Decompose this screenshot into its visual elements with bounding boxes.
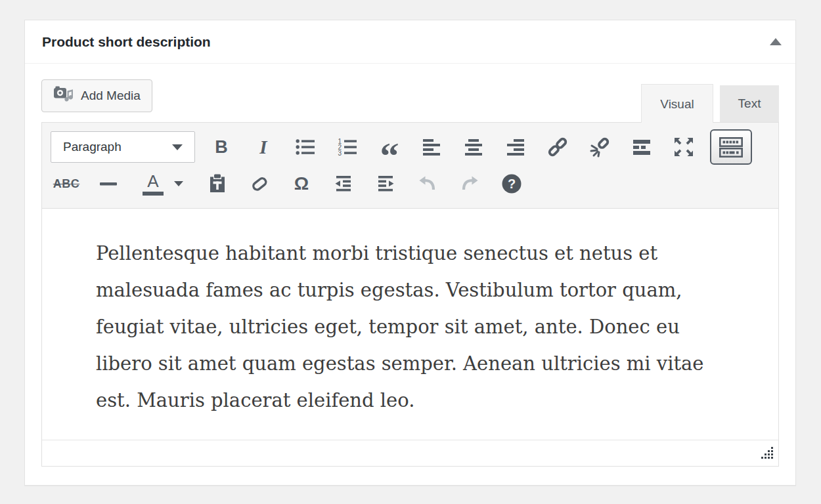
numbered-list-button[interactable]: 1 2 3 xyxy=(332,131,363,163)
undo-icon xyxy=(416,173,439,195)
add-media-label: Add Media xyxy=(81,89,141,103)
collapse-panel-button[interactable] xyxy=(756,20,795,63)
help-icon: ? xyxy=(500,173,523,195)
blockquote-button[interactable]: “ xyxy=(374,131,405,163)
toolbar-toggle-icon xyxy=(719,137,743,158)
bold-icon: B xyxy=(215,137,228,158)
italic-icon: I xyxy=(259,136,267,158)
strikethrough-button[interactable]: ABC xyxy=(51,168,82,200)
redo-button[interactable] xyxy=(454,168,485,200)
format-dropdown-value: Paragraph xyxy=(63,140,122,154)
remove-link-button[interactable] xyxy=(584,131,615,163)
editor-content-area[interactable]: Pellentesque habitant morbi tristique se… xyxy=(42,209,778,440)
paste-as-text-button[interactable] xyxy=(202,168,233,200)
omega-icon: Ω xyxy=(294,173,309,194)
align-center-icon xyxy=(462,136,485,158)
special-character-button[interactable]: Ω xyxy=(286,168,317,200)
chevron-down-icon xyxy=(174,181,183,186)
resize-grippy-handle[interactable] xyxy=(761,446,774,463)
chevron-down-icon xyxy=(172,144,183,150)
align-right-icon xyxy=(504,136,527,158)
clear-formatting-button[interactable] xyxy=(244,168,275,200)
editor-paragraph: Pellentesque habitant morbi tristique se… xyxy=(96,235,726,419)
outdent-icon xyxy=(332,173,355,195)
horizontal-rule-button[interactable] xyxy=(93,168,124,200)
panel-body: Add Media Visual Text Paragraph B xyxy=(25,64,795,467)
text-color-button[interactable]: A xyxy=(135,168,191,200)
help-button[interactable]: ? xyxy=(496,168,527,200)
panel-header: Product short description xyxy=(25,20,795,64)
insert-link-button[interactable] xyxy=(542,131,573,163)
align-left-icon xyxy=(420,136,443,158)
fullscreen-icon xyxy=(673,136,695,158)
editor-statusbar xyxy=(42,440,778,466)
collapse-up-arrow-icon xyxy=(770,38,782,45)
bulleted-list-icon xyxy=(294,136,317,158)
numbered-list-icon: 1 2 3 xyxy=(336,136,359,158)
wysiwyg-editor: Paragraph B I xyxy=(41,122,779,467)
tab-visual[interactable]: Visual xyxy=(641,84,713,123)
toolbar-toggle-button[interactable] xyxy=(710,129,752,165)
unlink-icon xyxy=(588,136,611,158)
insert-more-tag-button[interactable] xyxy=(626,131,657,163)
toolbar-row-2: ABC A xyxy=(51,165,770,202)
link-icon xyxy=(546,136,569,158)
editor-mode-tabs: Visual Text xyxy=(641,84,779,122)
italic-button[interactable]: I xyxy=(248,131,279,163)
paste-as-text-icon xyxy=(206,173,229,195)
eraser-icon xyxy=(248,173,271,195)
bold-button[interactable]: B xyxy=(206,131,237,163)
bulleted-list-button[interactable] xyxy=(290,131,321,163)
align-left-button[interactable] xyxy=(416,131,447,163)
product-short-description-panel: Product short description Add Media xyxy=(24,20,796,486)
editor-tools: Add Media Visual Text xyxy=(41,79,779,122)
media-camera-note-icon xyxy=(53,85,74,107)
more-tag-icon xyxy=(631,136,653,158)
panel-title: Product short description xyxy=(42,34,211,50)
svg-text:3: 3 xyxy=(338,150,342,157)
tab-text[interactable]: Text xyxy=(720,85,779,122)
horizontal-rule-icon xyxy=(97,173,120,195)
redo-icon xyxy=(458,173,481,195)
fullscreen-button[interactable] xyxy=(668,131,699,163)
align-center-button[interactable] xyxy=(458,131,489,163)
paragraph-format-dropdown[interactable]: Paragraph xyxy=(51,131,195,163)
svg-text:?: ? xyxy=(508,177,516,191)
add-media-button[interactable]: Add Media xyxy=(41,79,152,112)
align-right-button[interactable] xyxy=(500,131,531,163)
toolbar-row-1: Paragraph B I xyxy=(51,129,770,165)
text-color-icon: A xyxy=(143,173,164,196)
decrease-indent-button[interactable] xyxy=(328,168,359,200)
editor-toolbar: Paragraph B I xyxy=(42,123,778,209)
undo-button[interactable] xyxy=(412,168,443,200)
strikethrough-icon: ABC xyxy=(53,177,80,191)
